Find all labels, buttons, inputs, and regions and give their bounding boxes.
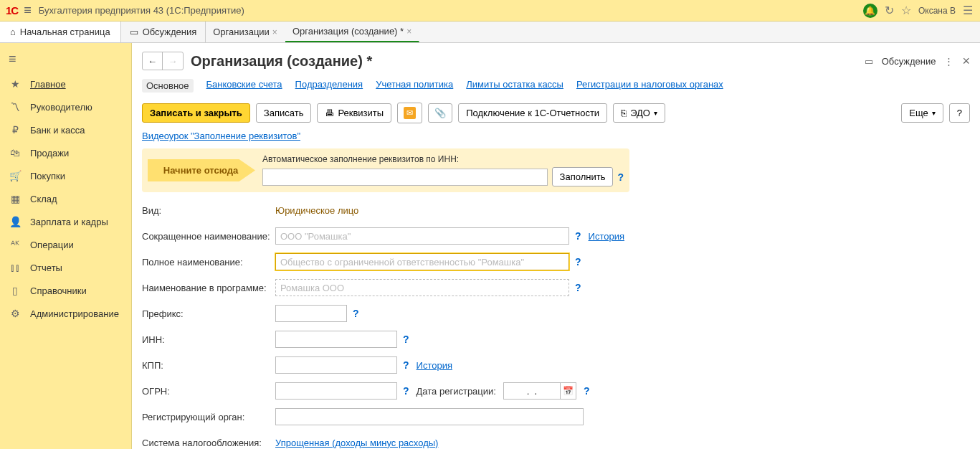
history-link[interactable]: История [589, 231, 624, 242]
tax-system-label: Система налогообложения: [142, 438, 275, 448]
subtab-cash-limits[interactable]: Лимиты остатка кассы [466, 79, 563, 93]
help-icon[interactable]: ? [575, 230, 581, 242]
history-icon[interactable]: ↻ [885, 4, 894, 17]
sidebar-item-sales[interactable]: 🛍Продажи [0, 141, 131, 164]
help-icon[interactable]: ? [353, 308, 359, 319]
cart-icon: 🛒 [9, 170, 22, 181]
help-icon[interactable]: ? [403, 385, 409, 397]
requisites-label: Реквизиты [338, 108, 384, 118]
subtab-accounting-policy[interactable]: Учетная политика [376, 79, 453, 93]
tab-label: Организации [213, 27, 270, 37]
vid-value: Юридическое лицо [275, 205, 358, 216]
reg-date-input[interactable] [504, 384, 560, 398]
kpp-history-link[interactable]: История [417, 360, 452, 371]
sidebar-item-reports[interactable]: ⫿⫿Отчеты [0, 256, 131, 279]
full-name-input[interactable] [275, 253, 569, 270]
auto-fill-label: Автоматическое заполнение реквизитов по … [262, 154, 624, 164]
prog-name-label: Наименование в программе: [142, 283, 275, 293]
help-button[interactable]: ? [949, 103, 970, 123]
inn-input[interactable] [275, 331, 397, 348]
sidebar-item-label: Склад [30, 194, 57, 204]
home-tab[interactable]: ⌂ Начальная страница [0, 22, 121, 42]
help-icon[interactable]: ? [575, 282, 581, 293]
titlebar: 1С ≡ Бухгалтерия предприятия 43 (1С:Пред… [0, 0, 980, 22]
more-button[interactable]: Еще▾ [901, 103, 943, 123]
inn-autofill-input[interactable] [262, 169, 548, 186]
help-icon[interactable]: ? [584, 385, 590, 397]
discussions-label: Обсуждения [143, 27, 197, 37]
sidebar-item-hr[interactable]: 👤Зарплата и кадры [0, 210, 131, 233]
reg-date-field[interactable]: 📅 [503, 382, 576, 400]
email-button[interactable]: ✉ [397, 103, 422, 123]
settings-bars-icon[interactable]: ☰ [963, 4, 973, 17]
operations-icon: ᴬᴷ [9, 239, 22, 250]
discussions-tab[interactable]: ▭ Обсуждения [121, 22, 206, 42]
tab-label: Организация (создание) * [292, 26, 404, 37]
edo-button[interactable]: ⎘ЭДО▾ [613, 103, 665, 123]
window-title: Бухгалтерия предприятия 43 (1С:Предприят… [39, 5, 863, 16]
sidebar-item-admin[interactable]: ⚙Администрирование [0, 302, 131, 325]
sidebar-item-label: Главное [30, 79, 66, 90]
sidebar-menu-icon[interactable]: ≡ [0, 46, 131, 72]
short-name-input[interactable] [275, 227, 569, 245]
subtab-bank-accounts[interactable]: Банковские счета [206, 79, 282, 93]
kpp-input[interactable] [275, 356, 397, 374]
subtab-main[interactable]: Основное [142, 79, 194, 93]
sidebar: ≡ ★Главное 〽Руководителю ₽Банк и касса 🛍… [0, 43, 132, 449]
sidebar-item-operations[interactable]: ᴬᴷОперации [0, 233, 131, 256]
sidebar-item-purchases[interactable]: 🛒Покупки [0, 164, 131, 187]
start-block: Начните отсюда Автоматическое заполнение… [142, 148, 629, 192]
tab-organization-create[interactable]: Организация (создание) * × [285, 22, 419, 42]
help-icon[interactable]: ? [403, 334, 409, 345]
nav-back-button[interactable]: ← [143, 52, 163, 70]
discussions-icon: ▭ [130, 27, 138, 37]
form: Вид: Юридическое лицо Сокращенное наимен… [142, 201, 970, 449]
prefix-input[interactable] [275, 305, 347, 322]
video-tutorial-link[interactable]: Видеоурок "Заполнение реквизитов" [142, 131, 300, 141]
barchart-icon: ⫿⫿ [9, 262, 22, 273]
sidebar-item-warehouse[interactable]: ▦Склад [0, 187, 131, 210]
ogrn-input[interactable] [275, 382, 397, 400]
close-icon[interactable]: × [406, 27, 411, 37]
prog-name-input[interactable] [275, 279, 569, 296]
save-and-close-button[interactable]: Записать и закрыть [142, 103, 250, 123]
sidebar-item-manager[interactable]: 〽Руководителю [0, 95, 131, 118]
help-icon[interactable]: ? [575, 256, 581, 268]
reg-org-input[interactable] [275, 408, 584, 425]
sidebar-item-label: Банк и касса [30, 125, 85, 136]
menu-icon[interactable]: ≡ [24, 3, 32, 18]
sub-tabs: Основное Банковские счета Подразделения … [142, 79, 970, 93]
app-logo: 1С [6, 4, 18, 16]
sidebar-item-label: Руководителю [30, 102, 92, 113]
star-icon[interactable]: ☆ [901, 4, 911, 17]
fill-button[interactable]: Заполнить [552, 167, 614, 186]
subtab-departments[interactable]: Подразделения [295, 79, 363, 93]
tab-organizations[interactable]: Организации × [206, 22, 285, 42]
help-icon[interactable]: ? [403, 359, 409, 371]
kebab-icon[interactable]: ⋮ [944, 56, 953, 67]
nav-arrows: ← → [142, 52, 184, 70]
nav-forward-button: → [163, 52, 183, 70]
close-icon[interactable]: × [962, 54, 970, 69]
save-button[interactable]: Записать [256, 103, 312, 123]
sidebar-item-bank[interactable]: ₽Банк и касса [0, 118, 131, 141]
sidebar-item-references[interactable]: ▯Справочники [0, 279, 131, 302]
discussion-link[interactable]: Обсуждение [882, 56, 936, 67]
print-icon: 🖶 [325, 108, 334, 118]
requisites-button[interactable]: 🖶Реквизиты [317, 103, 391, 123]
close-icon[interactable]: × [272, 27, 277, 37]
notification-bell-icon[interactable]: 🔔 [863, 4, 877, 18]
connect-reporting-button[interactable]: Подключение к 1С-Отчетности [458, 103, 607, 123]
help-icon[interactable]: ? [617, 171, 624, 183]
sidebar-item-label: Продажи [30, 148, 69, 159]
envelope-icon: ✉ [404, 107, 416, 119]
sidebar-item-label: Администрирование [30, 308, 119, 319]
attachment-button[interactable]: 📎 [428, 103, 452, 123]
tax-system-link[interactable]: Упрощенная (доходы минус расходы) [275, 438, 438, 448]
tabs-row: ⌂ Начальная страница ▭ Обсуждения Органи… [0, 22, 980, 43]
user-name[interactable]: Оксана В [918, 6, 956, 16]
subtab-tax-registrations[interactable]: Регистрации в налоговых органах [576, 79, 723, 93]
prefix-label: Префикс: [142, 308, 275, 319]
sidebar-item-main[interactable]: ★Главное [0, 72, 131, 95]
calendar-icon[interactable]: 📅 [560, 383, 576, 399]
